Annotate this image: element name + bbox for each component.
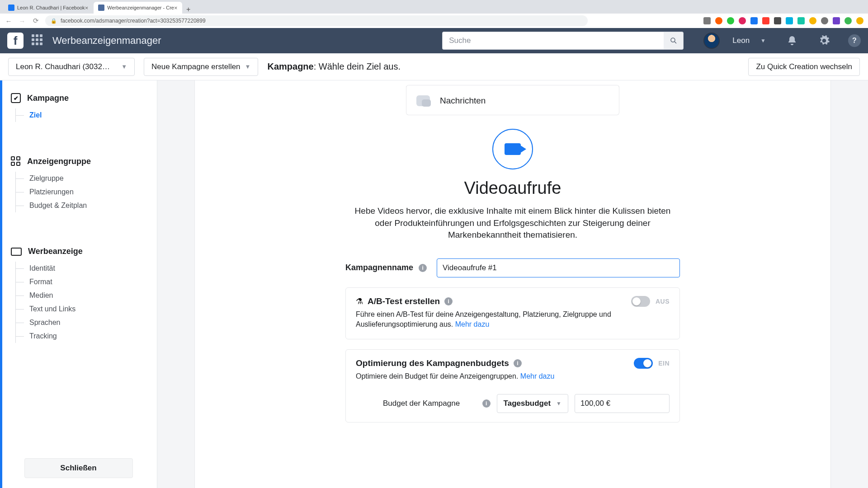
abtest-toggle[interactable] <box>631 296 650 307</box>
workspace: ✔ Kampagne Ziel Anzeigengruppe Zielgrupp… <box>0 80 868 488</box>
nav-head-adset[interactable]: Anzeigengruppe <box>11 156 148 166</box>
grid-icon <box>11 156 21 166</box>
new-campaign-label: Neue Kampagne erstellen <box>151 62 241 71</box>
flask-icon: ⚗ <box>356 296 363 306</box>
url-text: facebook.com/adsmanager/creation?act=303… <box>61 18 206 24</box>
account-selector[interactable]: Leon R. Chaudhari (3032… ▼ <box>8 58 135 76</box>
cbo-description: Optimiere dein Budget für deine Anzeigen… <box>356 371 670 381</box>
close-icon[interactable]: × <box>174 5 178 11</box>
user-name[interactable]: Leon <box>732 36 750 45</box>
browser-tab[interactable]: Leon R. Chaudhari | Facebook × <box>4 2 93 14</box>
close-icon[interactable]: × <box>85 5 89 11</box>
nav-ad: Werbeanzeige Identität Format Medien Tex… <box>0 234 157 347</box>
new-tab-button[interactable]: + <box>183 5 194 14</box>
search-input[interactable] <box>442 32 664 50</box>
svg-point-0 <box>671 38 675 42</box>
sidebar-item-ziel[interactable]: Ziel <box>16 108 148 122</box>
ext-icon[interactable] <box>786 17 793 24</box>
back-icon[interactable]: ← <box>5 17 13 25</box>
svg-line-1 <box>675 42 676 43</box>
video-icon <box>505 143 521 155</box>
ext-icon[interactable] <box>703 17 711 24</box>
ext-icon[interactable] <box>809 17 816 24</box>
budget-amount-input[interactable] <box>575 394 670 413</box>
page-title: Kampagne: Wähle dein Ziel aus. <box>267 61 401 72</box>
ext-icon[interactable] <box>821 17 828 24</box>
learn-more-link[interactable]: Mehr dazu <box>455 320 490 328</box>
sidebar-footer: Schließen <box>0 448 157 488</box>
tab-title: Leon R. Chaudhari | Facebook <box>17 5 85 10</box>
ext-icon[interactable] <box>797 17 805 24</box>
address-bar: ← → ⟳ 🔒 facebook.com/adsmanager/creation… <box>0 14 868 28</box>
info-icon[interactable]: i <box>482 399 491 408</box>
bell-icon[interactable] <box>787 35 797 46</box>
tab-strip: Leon R. Chaudhari | Facebook × Werbeanze… <box>0 0 868 14</box>
nav-adset: Anzeigengruppe Zielgruppe Platzierungen … <box>0 144 157 216</box>
sidebar-item-medien[interactable]: Medien <box>16 289 148 302</box>
video-icon-circle <box>492 129 533 169</box>
ext-icon[interactable] <box>833 17 840 24</box>
budget-type-label: Tagesbudget <box>504 399 551 408</box>
app-title: Werbeanzeigenmanager <box>52 35 161 47</box>
info-icon[interactable]: i <box>514 359 522 367</box>
facebook-topbar: f Werbeanzeigenmanager Leon ▼ ? <box>0 28 868 53</box>
budget-type-select[interactable]: Tagesbudget ▼ <box>497 394 568 413</box>
new-campaign-dropdown[interactable]: Neue Kampagne erstellen ▼ <box>144 58 258 76</box>
info-icon[interactable]: i <box>419 264 427 272</box>
extension-icons <box>703 17 863 24</box>
quick-creation-button[interactable]: Zu Quick Creation wechseln <box>748 58 860 76</box>
campaign-name-label: Kampagnenname <box>345 263 413 272</box>
ext-icon[interactable] <box>739 17 746 24</box>
ext-icon[interactable] <box>844 17 852 24</box>
help-icon[interactable]: ? <box>848 34 861 47</box>
chevron-down-icon[interactable]: ▼ <box>760 38 766 44</box>
ext-icon[interactable] <box>750 17 758 24</box>
sidebar-item-text-links[interactable]: Text und Links <box>16 302 148 316</box>
info-icon[interactable]: i <box>444 297 453 305</box>
abtest-card: ⚗ A/B-Test erstellen i AUS Führe einen A… <box>345 287 680 339</box>
budget-label: Budget der Kampagne <box>383 399 460 408</box>
ext-icon[interactable] <box>715 17 722 24</box>
sidebar-item-format[interactable]: Format <box>16 275 148 289</box>
lock-icon: 🔒 <box>51 18 57 24</box>
sub-header: Leon R. Chaudhari (3032… ▼ Neue Kampagne… <box>0 53 868 80</box>
search-wrap <box>442 32 684 50</box>
nav-head-campaign[interactable]: ✔ Kampagne <box>11 93 148 103</box>
ext-icon[interactable] <box>727 17 734 24</box>
sidebar-item-budget-zeitplan[interactable]: Budget & Zeitplan <box>16 199 148 212</box>
ext-icon[interactable] <box>774 17 781 24</box>
sidebar-item-platzierungen[interactable]: Platzierungen <box>16 185 148 199</box>
toggle-state-label: EIN <box>658 360 670 367</box>
gear-icon[interactable] <box>818 35 830 47</box>
facebook-logo[interactable]: f <box>7 33 24 49</box>
sidebar-item-sprachen[interactable]: Sprachen <box>16 316 148 329</box>
sidebar-item-zielgruppe[interactable]: Zielgruppe <box>16 172 148 185</box>
hero-title: Videoaufrufe <box>345 178 680 198</box>
left-sidebar: ✔ Kampagne Ziel Anzeigengruppe Zielgrupp… <box>0 80 157 488</box>
inner-content: Nachrichten Videoaufrufe Hebe Videos her… <box>345 80 680 488</box>
forward-icon[interactable]: → <box>18 17 26 25</box>
objective-option-messages[interactable]: Nachrichten <box>406 86 619 115</box>
app-switcher-icon[interactable] <box>32 34 44 47</box>
campaign-name-input[interactable] <box>437 258 680 277</box>
learn-more-link[interactable]: Mehr dazu <box>520 372 555 380</box>
url-field[interactable]: 🔒 facebook.com/adsmanager/creation?act=3… <box>45 15 588 26</box>
ext-icon[interactable] <box>856 17 863 24</box>
reload-icon[interactable]: ⟳ <box>32 17 40 25</box>
close-button[interactable]: Schließen <box>24 458 133 478</box>
browser-tab-active[interactable]: Werbeanzeigenmanager - Cre × <box>94 2 182 14</box>
avatar[interactable] <box>703 33 720 49</box>
nav-head-label: Werbeanzeige <box>28 247 83 256</box>
ext-icon[interactable] <box>762 17 769 24</box>
objective-hero: Videoaufrufe Hebe Videos hervor, die exk… <box>345 129 680 241</box>
sidebar-item-identitaet[interactable]: Identität <box>16 262 148 275</box>
cbo-toggle[interactable] <box>634 358 653 369</box>
sidebar-item-tracking[interactable]: Tracking <box>16 329 148 343</box>
nav-head-label: Anzeigengruppe <box>27 157 91 166</box>
toggle-state-label: AUS <box>656 298 670 305</box>
center-column: Nachrichten Videoaufrufe Hebe Videos her… <box>157 80 868 488</box>
nav-head-ad[interactable]: Werbeanzeige <box>11 247 148 256</box>
hero-description: Hebe Videos hervor, die exklusive Inhalt… <box>345 205 680 241</box>
search-button[interactable] <box>664 32 684 50</box>
rectangle-icon <box>11 248 22 256</box>
